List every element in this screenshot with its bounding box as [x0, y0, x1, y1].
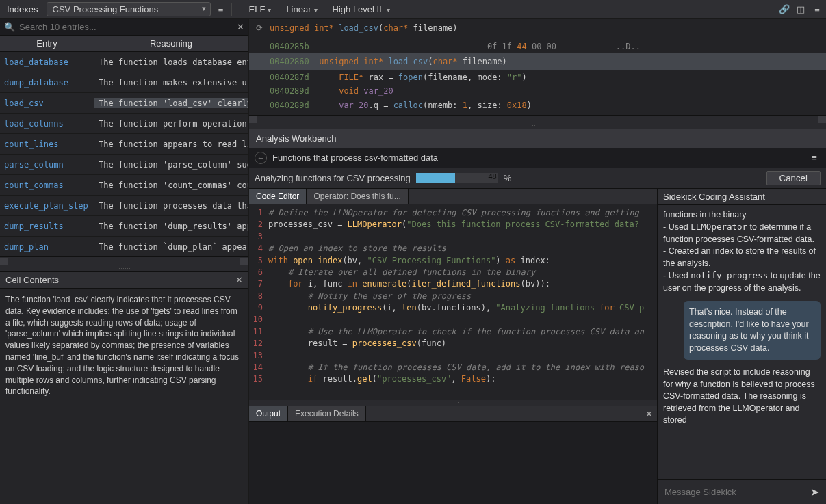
- sig-return-type: unsigned int*: [270, 23, 334, 33]
- table-row[interactable]: load_databaseThe function loads database…: [0, 52, 248, 72]
- tab-code-editor[interactable]: Code Editor: [249, 189, 307, 204]
- cancel-button[interactable]: Cancel: [766, 171, 821, 185]
- editor-line[interactable]: 7 for i, func in enumerate(iter_defined_…: [249, 278, 657, 290]
- reason-text: The function appears to read li: [94, 140, 248, 149]
- disasm-line[interactable]: 00402860 unsigned int* load_csv(char* fi…: [249, 53, 826, 70]
- table-row[interactable]: count_commasThe function 'count_commas' …: [0, 175, 248, 196]
- splitter-2[interactable]: ⋯⋯: [249, 123, 826, 129]
- editor-line[interactable]: 8 # Notify the user of the progress: [249, 291, 657, 302]
- search-icon: 🔍: [4, 22, 15, 32]
- tab-output[interactable]: Output: [249, 406, 288, 421]
- editor-line[interactable]: 13: [249, 350, 657, 362]
- code-editor[interactable]: 1# Define the LLMOperator for detecting …: [249, 204, 657, 400]
- table-body: load_databaseThe function loads database…: [0, 52, 248, 256]
- menu-icon[interactable]: ≡: [811, 3, 823, 16]
- splitter[interactable]: ⋯⋯: [0, 266, 248, 271]
- dropdown-value: CSV Processing Functions: [53, 4, 159, 14]
- workbench-menu-icon[interactable]: ≡: [808, 152, 821, 164]
- disasm-line[interactable]: 0040287d FILE* rax = fopen(filename, mod…: [270, 70, 826, 84]
- disasm-line[interactable]: 0040289d var 20.q = calloc(nmemb: 1, siz…: [270, 98, 826, 112]
- table-row[interactable]: load_columnsThe function perform operati…: [0, 114, 248, 134]
- editor-line[interactable]: 10: [249, 314, 657, 326]
- entry-link[interactable]: dump_plan: [0, 242, 94, 252]
- close-cell-icon[interactable]: ✕: [235, 275, 243, 285]
- close-output-icon[interactable]: ✕: [641, 409, 657, 419]
- assistant-message: functions in the binary.- Used LLMOperat…: [663, 209, 821, 295]
- entry-link[interactable]: load_columns: [0, 119, 94, 129]
- entry-link[interactable]: count_lines: [0, 140, 94, 149]
- hamburger-icon[interactable]: ≡: [215, 3, 227, 16]
- reason-text: The function `dump_plan` appears: [94, 242, 248, 252]
- crumb-text: Functions that process csv-formatted dat…: [272, 152, 438, 163]
- splitter-3[interactable]: ⋯⋯: [249, 400, 657, 406]
- back-arrow-icon[interactable]: ←: [255, 152, 267, 164]
- editor-line[interactable]: 12 result = processes_csv(func): [249, 338, 657, 349]
- sidekick-panel: Sidekick Coding Assistant functions in t…: [658, 189, 826, 504]
- progress-label: Analyzing functions for CSV processing: [255, 173, 411, 183]
- entry-link[interactable]: load_csv: [0, 98, 94, 108]
- entry-link[interactable]: dump_database: [0, 78, 94, 88]
- disasm-hscrollbar[interactable]: [249, 115, 826, 123]
- col-reasoning[interactable]: Reasoning: [94, 36, 248, 51]
- editor-line[interactable]: 5with open_index(bv, "CSV Processing Fun…: [249, 255, 657, 267]
- table-row[interactable]: dump_resultsThe function 'dump_results' …: [0, 216, 248, 237]
- editor-line[interactable]: 11 # Use the LLMOperator to check if the…: [249, 326, 657, 338]
- table-row[interactable]: parse_columnThe function 'parse_column' …: [0, 155, 248, 175]
- disasm-line[interactable]: 0040289d void var_20: [270, 84, 826, 98]
- disasm-panel: ⟳ unsigned int* load_csv(char* filename)…: [249, 19, 826, 129]
- workbench-title: Analysis Workbench: [249, 129, 826, 148]
- editor-line[interactable]: 15 if result.get("processes_csv", False)…: [249, 373, 657, 385]
- table-row[interactable]: dump_databaseThe function makes extensiv…: [0, 72, 248, 93]
- editor-line[interactable]: 6 # Iterate over all defined functions i…: [249, 267, 657, 278]
- disassembly-listing[interactable]: 0040285b 0f 1f 44 00 00 ..D..00402860 un…: [249, 37, 826, 115]
- output-body: [249, 422, 657, 504]
- refresh-icon[interactable]: ⟳: [256, 23, 263, 33]
- sig-param-name: filename: [413, 23, 453, 33]
- table-row[interactable]: count_linesThe function appears to read …: [0, 134, 248, 155]
- editor-line[interactable]: 3: [249, 231, 657, 243]
- search-input[interactable]: [19, 22, 233, 32]
- clear-search-icon[interactable]: ✕: [237, 22, 244, 32]
- editor-line[interactable]: 14 # If the function processes CSV data,…: [249, 362, 657, 373]
- editor-line[interactable]: 1# Define the LLMOperator for detecting …: [249, 207, 657, 219]
- menu-linear[interactable]: Linear: [281, 4, 322, 14]
- menu-elf[interactable]: ELF: [244, 4, 277, 14]
- table-row[interactable]: dump_planThe function `dump_plan` appear…: [0, 237, 248, 256]
- send-icon[interactable]: ➤: [810, 486, 819, 499]
- user-message: That's nice. Instead of the description,…: [684, 301, 821, 360]
- sig-func-name[interactable]: load_csv: [339, 23, 378, 33]
- chat-scroll[interactable]: functions in the binary.- Used LLMOperat…: [658, 205, 826, 479]
- col-entry[interactable]: Entry: [0, 36, 94, 51]
- sig-param-type: char*: [383, 23, 408, 33]
- chat-input[interactable]: [664, 487, 805, 497]
- link-icon[interactable]: 🔗: [778, 3, 790, 16]
- table-row[interactable]: execute_plan_stepThe function processes …: [0, 196, 248, 216]
- reason-text: The function makes extensive use: [94, 78, 248, 88]
- split-view-icon[interactable]: ◫: [795, 3, 807, 16]
- disasm-line[interactable]: 0040285b 0f 1f 44 00 00 ..D..: [270, 40, 826, 53]
- index-hscrollbar[interactable]: [0, 256, 248, 266]
- table-row[interactable]: load_csvThe function 'load_csv' clearly: [0, 93, 248, 114]
- tab-exec-details[interactable]: Execution Details: [288, 406, 366, 421]
- output-panel: Output Execution Details ✕: [249, 406, 657, 504]
- entry-link[interactable]: count_commas: [0, 181, 94, 190]
- entry-link[interactable]: execute_plan_step: [0, 201, 94, 211]
- menu-hlil[interactable]: High Level IL: [327, 4, 396, 14]
- tab-operator[interactable]: Operator: Does this fu...: [307, 189, 408, 204]
- editor-line[interactable]: 2processes_csv = LLMOperator("Does this …: [249, 219, 657, 230]
- editor-tabs: Code Editor Operator: Does this fu...: [249, 189, 657, 204]
- reason-text: The function processes data tha: [94, 201, 248, 211]
- entry-link[interactable]: dump_results: [0, 222, 94, 231]
- editor-line[interactable]: 9 notify_progress(i, len(bv.functions), …: [249, 302, 657, 314]
- editor-line[interactable]: 4# Open an index to store the results: [249, 243, 657, 254]
- cell-contents-header: Cell Contents ✕: [0, 271, 248, 289]
- cell-contents-body: The function 'load_csv' clearly indicate…: [0, 289, 248, 504]
- reason-text: The function 'parse_column' sug: [94, 160, 248, 170]
- analysis-workbench: Analysis Workbench ← Functions that proc…: [249, 129, 826, 504]
- entry-link[interactable]: load_database: [0, 57, 94, 67]
- entry-link[interactable]: parse_column: [0, 160, 94, 170]
- progress-bar: 48: [416, 173, 498, 183]
- indexes-dropdown[interactable]: CSV Processing Functions: [47, 2, 211, 16]
- search-row: 🔍 ✕: [0, 19, 248, 36]
- cell-contents-title: Cell Contents: [5, 275, 59, 285]
